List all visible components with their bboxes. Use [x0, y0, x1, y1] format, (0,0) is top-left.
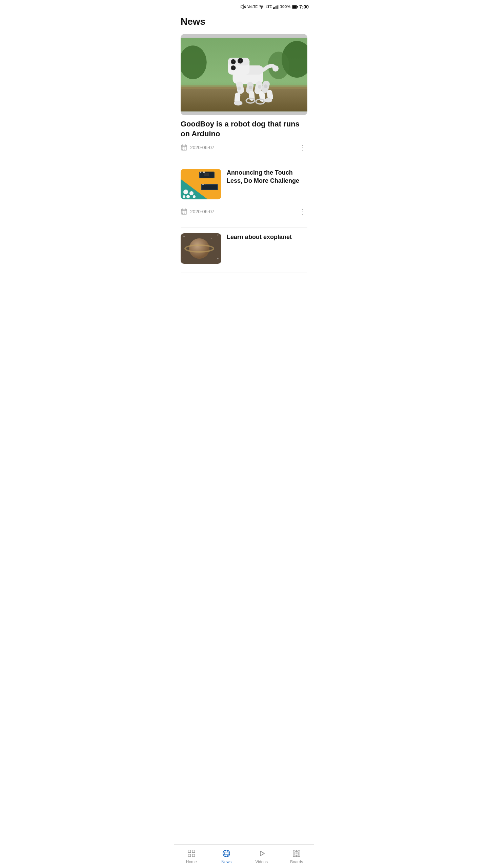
svg-point-44: [249, 86, 252, 90]
article-item-2-content: Learn about exoplanet: [181, 233, 307, 264]
svg-rect-65: [202, 185, 217, 190]
more-options-button[interactable]: ⋮: [298, 142, 307, 153]
svg-rect-52: [184, 147, 185, 149]
status-icons: VoLTE LTE 100% 7:00: [241, 4, 309, 9]
article-thumbnail-2: [181, 233, 221, 264]
calendar-icon: [181, 144, 187, 151]
svg-rect-78: [182, 212, 183, 213]
svg-rect-66: [202, 184, 203, 185]
svg-rect-60: [202, 172, 202, 173]
svg-rect-3: [273, 7, 274, 9]
status-time: 7:00: [299, 4, 309, 9]
exoplanet-thumbnail-svg: [181, 233, 221, 264]
main-content: News: [174, 12, 314, 300]
svg-rect-51: [182, 147, 183, 149]
article-item-2[interactable]: Learn about exoplanet: [181, 228, 307, 273]
svg-rect-4: [274, 7, 276, 9]
battery-percent: 100%: [280, 4, 290, 9]
challenge-thumbnail-svg: [181, 169, 221, 199]
svg-rect-7: [278, 5, 279, 9]
featured-date-text: 2020-06-07: [190, 145, 215, 150]
svg-point-86: [211, 238, 211, 239]
wifi-icon: [259, 5, 264, 9]
page-title: News: [174, 12, 314, 34]
svg-point-23: [233, 61, 234, 62]
article-item-1-content: Announcing the Touch Less, Do More Chall…: [181, 169, 307, 199]
more-options-button-2[interactable]: ⋮: [298, 206, 307, 217]
svg-rect-59: [200, 172, 201, 173]
svg-point-26: [240, 60, 241, 62]
svg-rect-63: [204, 173, 209, 176]
svg-point-85: [184, 236, 185, 237]
svg-point-32: [234, 101, 242, 105]
svg-point-83: [189, 238, 209, 259]
svg-rect-80: [182, 213, 183, 214]
svg-rect-54: [184, 149, 185, 150]
featured-article-date: 2020-06-07: [181, 144, 215, 151]
svg-point-69: [183, 190, 188, 194]
svg-point-41: [264, 98, 272, 103]
status-bar: VoLTE LTE 100% 7:00: [174, 0, 314, 12]
svg-rect-53: [182, 149, 183, 150]
svg-rect-79: [184, 212, 185, 213]
svg-point-88: [182, 257, 183, 257]
svg-rect-68: [205, 184, 205, 185]
article-item-2-title: Learn about exoplanet: [227, 233, 307, 264]
svg-rect-81: [184, 213, 185, 214]
svg-point-43: [237, 86, 241, 90]
robot-dog-svg: [181, 34, 307, 115]
svg-rect-9: [292, 5, 297, 8]
svg-rect-10: [297, 6, 298, 8]
article-item-1-date: 2020-06-07: [181, 208, 215, 215]
svg-rect-67: [203, 184, 204, 185]
battery-icon: [292, 5, 298, 9]
svg-rect-13: [181, 85, 307, 89]
svg-point-89: [218, 258, 219, 259]
article-thumbnail-1: [181, 169, 221, 199]
svg-point-2: [261, 8, 262, 9]
lte-badge: LTE: [266, 5, 272, 9]
article-item-1-date-text: 2020-06-07: [190, 209, 215, 214]
svg-rect-62: [204, 172, 205, 173]
signal-icon: [273, 5, 279, 9]
svg-point-45: [258, 85, 262, 89]
featured-image: [181, 34, 307, 115]
svg-point-87: [218, 235, 219, 236]
svg-point-71: [186, 195, 190, 198]
article-item-1-meta: 2020-06-07 ⋮: [181, 206, 307, 222]
svg-point-70: [189, 191, 194, 195]
svg-rect-61: [203, 172, 204, 173]
featured-article[interactable]: GoodBoy is a robot dog that runs on Ardu…: [181, 34, 307, 158]
svg-rect-5: [276, 6, 277, 9]
svg-rect-6: [277, 5, 278, 9]
featured-article-title: GoodBoy is a robot dog that runs on Ardu…: [181, 119, 307, 139]
lte-label: VoLTE: [247, 5, 258, 9]
svg-point-72: [183, 195, 185, 198]
svg-point-73: [193, 195, 196, 198]
svg-point-42: [272, 65, 279, 72]
svg-point-29: [233, 67, 234, 68]
featured-article-meta: 2020-06-07 ⋮: [181, 142, 307, 158]
article-item-1-title: Announcing the Touch Less, Do More Chall…: [227, 169, 307, 199]
mute-icon: [241, 4, 246, 9]
svg-point-46: [264, 84, 268, 88]
article-item-1[interactable]: Announcing the Touch Less, Do More Chall…: [181, 163, 307, 228]
calendar-icon-2: [181, 208, 187, 215]
